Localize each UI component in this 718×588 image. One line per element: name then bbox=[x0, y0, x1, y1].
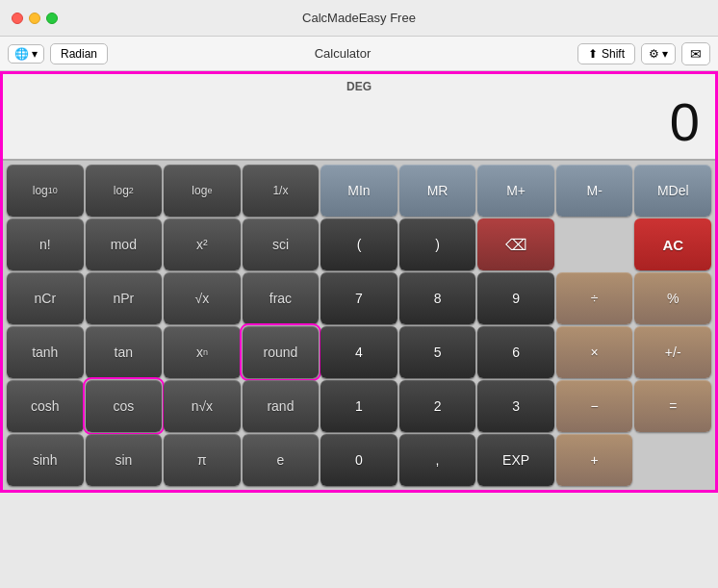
toolbar-right: ⬆ Shift ⚙ ▾ ✉ bbox=[577, 42, 710, 65]
exp-button[interactable]: EXP bbox=[477, 434, 554, 486]
npr-button[interactable]: nPr bbox=[86, 272, 163, 324]
round-button[interactable]: round bbox=[243, 326, 320, 378]
two-button[interactable]: 2 bbox=[399, 380, 476, 432]
mail-icon: ✉ bbox=[690, 46, 702, 62]
multiply-button[interactable]: × bbox=[556, 326, 633, 378]
factorial-button[interactable]: n! bbox=[7, 218, 84, 270]
log10-button[interactable]: log10 bbox=[7, 165, 84, 217]
mplus-button[interactable]: M+ bbox=[477, 165, 554, 217]
three-button[interactable]: 3 bbox=[477, 380, 554, 432]
negate-button[interactable]: +/- bbox=[634, 326, 711, 378]
display-mode: DEG bbox=[18, 80, 700, 93]
globe-button[interactable]: 🌐 ▾ bbox=[8, 44, 44, 64]
nthroot-button[interactable]: n√x bbox=[164, 380, 241, 432]
globe-chevron-icon: ▾ bbox=[32, 47, 38, 61]
sinh-button[interactable]: sinh bbox=[7, 434, 84, 486]
gear-button[interactable]: ⚙ ▾ bbox=[641, 43, 676, 64]
toolbar-title: Calculator bbox=[114, 46, 572, 61]
cos-button[interactable]: cos bbox=[86, 380, 163, 432]
minimize-button[interactable] bbox=[29, 13, 40, 24]
globe-icon: 🌐 bbox=[14, 47, 29, 61]
radian-button[interactable]: Radian bbox=[50, 43, 108, 64]
four-button[interactable]: 4 bbox=[321, 326, 397, 378]
display-value: 0 bbox=[18, 95, 700, 149]
mail-button[interactable]: ✉ bbox=[681, 42, 710, 65]
reciprocal-button[interactable]: 1/x bbox=[243, 165, 320, 217]
pi-button[interactable]: π bbox=[164, 434, 241, 486]
cosh-button[interactable]: cosh bbox=[7, 380, 84, 432]
zero-button[interactable]: 0 bbox=[321, 434, 397, 486]
display: DEG 0 bbox=[3, 74, 715, 161]
traffic-lights bbox=[12, 13, 58, 24]
ncr-button[interactable]: nCr bbox=[7, 272, 84, 324]
min-button[interactable]: MIn bbox=[321, 165, 397, 217]
rand-button[interactable]: rand bbox=[243, 380, 320, 432]
tan-button[interactable]: tan bbox=[86, 326, 163, 378]
seven-button[interactable]: 7 bbox=[321, 272, 397, 324]
sin-button[interactable]: sin bbox=[86, 434, 163, 486]
square-button[interactable]: x² bbox=[164, 218, 241, 270]
loge-button[interactable]: loge bbox=[164, 165, 241, 217]
tanh-button[interactable]: tanh bbox=[7, 326, 84, 378]
divide-button[interactable]: ÷ bbox=[556, 272, 633, 324]
mod-button[interactable]: mod bbox=[86, 218, 163, 270]
mdel-button[interactable]: MDel bbox=[634, 165, 711, 217]
mr-button[interactable]: MR bbox=[399, 165, 476, 217]
frac-button[interactable]: frac bbox=[243, 272, 320, 324]
close-button[interactable] bbox=[12, 13, 23, 24]
gear-chevron-icon: ▾ bbox=[662, 47, 668, 61]
shift-button[interactable]: ⬆ Shift bbox=[577, 43, 635, 64]
e-button[interactable]: e bbox=[243, 434, 320, 486]
sci-button[interactable]: sci bbox=[243, 218, 320, 270]
close-paren-button[interactable]: ) bbox=[399, 218, 476, 270]
five-button[interactable]: 5 bbox=[399, 326, 476, 378]
window-title: CalcMadeEasy Free bbox=[302, 11, 416, 25]
equals-top[interactable]: = bbox=[634, 380, 711, 432]
xn-button[interactable]: xn bbox=[164, 326, 241, 378]
button-grid: log10 log2 loge 1/x MIn MR M+ M- MDel n!… bbox=[3, 161, 715, 490]
title-bar: CalcMadeEasy Free bbox=[0, 0, 718, 37]
gear-icon: ⚙ bbox=[649, 47, 659, 61]
ac-button[interactable]: AC bbox=[634, 218, 711, 270]
eight-button[interactable]: 8 bbox=[399, 272, 476, 324]
mminus-button[interactable]: M- bbox=[556, 165, 633, 217]
backspace-button[interactable]: ⌫ bbox=[477, 218, 554, 270]
subtract-button[interactable]: − bbox=[556, 380, 633, 432]
percent-button[interactable]: % bbox=[634, 272, 711, 324]
six-button[interactable]: 6 bbox=[477, 326, 554, 378]
shift-icon: ⬆ bbox=[588, 47, 598, 61]
one-button[interactable]: 1 bbox=[321, 380, 397, 432]
calculator-container: DEG 0 log10 log2 loge 1/x MIn MR M+ M- M… bbox=[0, 71, 718, 493]
add-button[interactable]: + bbox=[556, 434, 633, 486]
toolbar: 🌐 ▾ Radian Calculator ⬆ Shift ⚙ ▾ ✉ bbox=[0, 37, 718, 71]
maximize-button[interactable] bbox=[46, 13, 58, 24]
log2-button[interactable]: log2 bbox=[86, 165, 163, 217]
comma-button[interactable]: , bbox=[399, 434, 476, 486]
sqrt-button[interactable]: √x bbox=[164, 272, 241, 324]
nine-button[interactable]: 9 bbox=[477, 272, 554, 324]
open-paren-button[interactable]: ( bbox=[321, 218, 397, 270]
